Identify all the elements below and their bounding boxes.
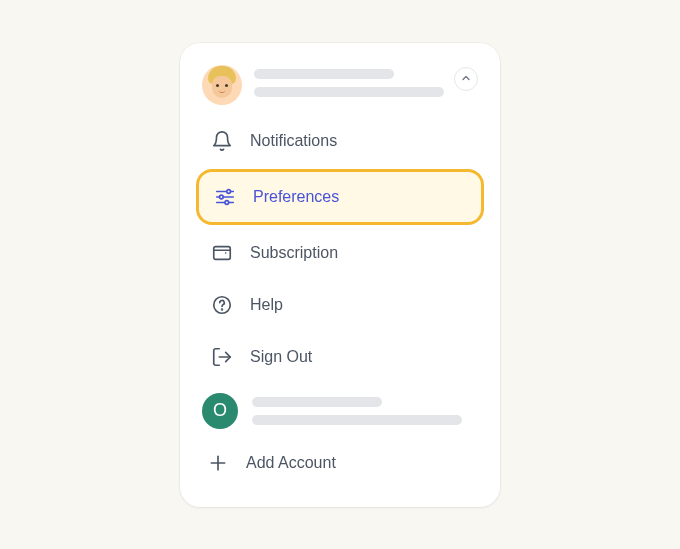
add-account-label: Add Account bbox=[246, 454, 336, 472]
secondary-account[interactable]: O bbox=[196, 383, 484, 435]
avatar-secondary: O bbox=[202, 393, 238, 429]
plus-icon bbox=[206, 451, 230, 475]
wallet-icon bbox=[210, 241, 234, 265]
menu-item-notifications[interactable]: Notifications bbox=[196, 115, 484, 167]
email-placeholder bbox=[254, 87, 444, 97]
avatar[interactable] bbox=[202, 65, 242, 105]
svg-point-3 bbox=[220, 195, 224, 199]
account-menu-panel: Notifications Preferences Subscription H… bbox=[180, 43, 500, 507]
name-placeholder bbox=[252, 397, 382, 407]
avatar-initial: O bbox=[213, 400, 227, 421]
add-account-button[interactable]: Add Account bbox=[196, 439, 484, 487]
menu-label: Subscription bbox=[250, 244, 338, 262]
email-placeholder bbox=[252, 415, 462, 425]
bell-icon bbox=[210, 129, 234, 153]
menu-label: Notifications bbox=[250, 132, 337, 150]
secondary-account-text bbox=[252, 393, 478, 425]
collapse-button[interactable] bbox=[454, 67, 478, 91]
svg-point-5 bbox=[225, 200, 229, 204]
name-placeholder bbox=[254, 69, 394, 79]
menu-label: Help bbox=[250, 296, 283, 314]
menu-item-preferences[interactable]: Preferences bbox=[196, 169, 484, 225]
sliders-icon bbox=[213, 185, 237, 209]
help-icon bbox=[210, 293, 234, 317]
primary-account-text bbox=[254, 65, 454, 97]
menu-label: Preferences bbox=[253, 188, 339, 206]
svg-rect-6 bbox=[214, 246, 231, 259]
svg-point-1 bbox=[227, 189, 231, 193]
chevron-up-icon bbox=[460, 70, 472, 88]
menu-label: Sign Out bbox=[250, 348, 312, 366]
signout-icon bbox=[210, 345, 234, 369]
menu-item-help[interactable]: Help bbox=[196, 279, 484, 331]
menu-item-signout[interactable]: Sign Out bbox=[196, 331, 484, 383]
menu-item-subscription[interactable]: Subscription bbox=[196, 227, 484, 279]
primary-account-header bbox=[196, 65, 484, 115]
svg-point-8 bbox=[222, 309, 223, 310]
